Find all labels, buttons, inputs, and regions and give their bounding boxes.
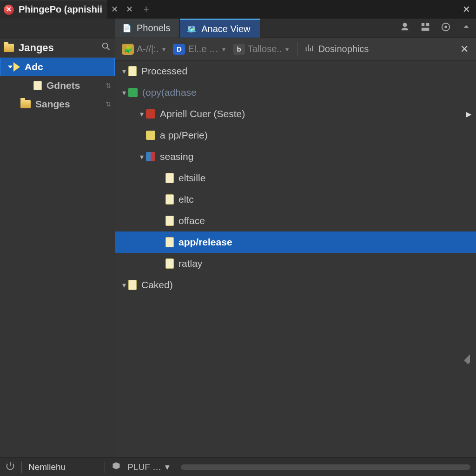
tab-close-1-icon[interactable]: ✕	[107, 4, 122, 14]
crumb-2[interactable]: D El..e … ▾	[171, 43, 227, 56]
chart-icon	[304, 43, 314, 55]
scroll-indicator-icon	[464, 354, 476, 366]
app-logo-icon	[4, 5, 14, 15]
sidebar-search-icon[interactable]	[101, 41, 111, 54]
tree-area: ▾Processed▾(opy(adhase▾Apriell Cuer (Ses…	[115, 60, 476, 457]
page-icon	[165, 258, 174, 269]
drag-handle-icon[interactable]: ⇅	[106, 100, 111, 108]
chevron-down-icon[interactable]: ▾	[162, 46, 165, 53]
red-square-icon	[146, 109, 155, 119]
green-square-icon	[128, 88, 138, 97]
user-icon[interactable]	[399, 22, 411, 35]
tab-phonels-label: Phonels	[137, 23, 170, 33]
crumb-3-icon: b	[233, 44, 245, 55]
sidebar-header: Janges	[0, 38, 115, 58]
tree-item-label: seasing	[160, 151, 193, 162]
sidebar-item-label: Gdnets	[46, 80, 80, 91]
crumb-1[interactable]: 🧩 A-//|:. ▾	[120, 43, 167, 56]
status-mode-dropdown[interactable]: PLUF … ▾	[127, 462, 170, 472]
chevron-down-icon[interactable]: ▾	[120, 88, 128, 97]
new-tab-button[interactable]: +	[137, 3, 156, 15]
tab-phonels-icon: 📄	[122, 23, 132, 33]
chevron-down-icon[interactable]: ▾	[222, 46, 225, 53]
run-icon[interactable]: ▶	[466, 110, 471, 119]
svg-point-1	[444, 26, 447, 28]
tabstrip-right-controls	[399, 19, 476, 38]
folder-icon	[4, 44, 14, 52]
separator	[21, 462, 22, 473]
tree-item-label: Processed	[141, 66, 187, 77]
crumb-3[interactable]: b Tallose.. ▾	[231, 43, 291, 56]
page-icon	[128, 66, 137, 76]
tree-row[interactable]: ▾Processed	[115, 60, 476, 82]
chevron-down-icon[interactable]: ▾	[138, 110, 146, 119]
layout-icon[interactable]	[419, 22, 431, 35]
title-bar: PhingePo (apnishii ✕ ✕ + ✕	[0, 0, 476, 19]
tab-anace-view-label: Anace View	[201, 24, 250, 34]
main-panel: 🧩 A-//|:. ▾ D El..e … ▾ b Tallose.. ▾ Do…	[115, 38, 476, 457]
chevron-down-icon	[7, 64, 13, 70]
sidebar-item-sanges[interactable]: Sanges ⇅	[0, 95, 115, 113]
window-app-tab[interactable]: PhingePo (apnishii	[0, 0, 107, 19]
tree-row[interactable]: ▾(opy(adhase	[115, 82, 476, 103]
tree-item-label: eltc	[178, 194, 194, 205]
tree-row[interactable]: a pp/Perie)	[115, 125, 476, 146]
crumb-2-label: El..e …	[188, 44, 218, 54]
tree-row[interactable]: eltsille	[115, 167, 476, 189]
power-icon[interactable]	[6, 461, 15, 473]
tree-item-label: (opy(adhase	[142, 87, 197, 98]
page-icon	[165, 173, 174, 183]
tree-row[interactable]: ▾seasing	[115, 146, 476, 167]
tab-anace-view[interactable]: 🗺️ Anace View	[180, 19, 260, 38]
tab-anace-view-icon: 🗺️	[186, 24, 197, 34]
breadcrumb-bar: 🧩 A-//|:. ▾ D El..e … ▾ b Tallose.. ▾ Do…	[115, 38, 476, 60]
sidebar-title: Janges	[19, 42, 54, 54]
target-icon[interactable]	[440, 22, 452, 35]
page-icon	[128, 280, 137, 290]
crumb-1-icon: 🧩	[122, 44, 134, 55]
package-icon[interactable]	[112, 461, 121, 473]
tree-row[interactable]: ▾Caked)	[115, 274, 476, 296]
svg-point-2	[103, 43, 108, 48]
tree-item-label: Caked)	[141, 279, 173, 291]
sidebar-item-adc[interactable]: Adc	[0, 58, 115, 76]
chevron-down-icon[interactable]: ▾	[120, 281, 128, 290]
tree-row[interactable]: offace	[115, 210, 476, 231]
tree-item-label: eltsille	[178, 172, 205, 184]
page-icon	[165, 194, 174, 205]
tree-row[interactable]: app/release	[115, 231, 476, 253]
status-text: Nemliehu	[28, 462, 66, 472]
chevron-down-icon[interactable]: ▾	[285, 46, 289, 53]
tree-row[interactable]: ratlay	[115, 253, 476, 274]
drag-handle-icon[interactable]: ⇅	[106, 82, 111, 89]
tree-row[interactable]: ▾Apriell Cuer (Seste)▶	[115, 103, 476, 125]
yellowish-square-icon	[146, 131, 155, 140]
window-title: PhingePo (apnishii	[19, 4, 102, 15]
play-icon	[13, 62, 20, 72]
status-bar: Nemliehu PLUF … ▾	[0, 457, 476, 476]
sidebar: Janges Adc Gdnets ⇅ Sanges ⇅	[0, 38, 115, 457]
tree-item-label: Apriell Cuer (Seste)	[160, 108, 245, 119]
panel-close-button[interactable]: ✕	[457, 43, 471, 55]
window-close-button[interactable]: ✕	[459, 3, 473, 16]
tree-row[interactable]: eltc	[115, 189, 476, 210]
chevron-down-icon[interactable]: ▾	[138, 152, 146, 161]
crumb-3-label: Tallose..	[248, 44, 282, 54]
workspace: Janges Adc Gdnets ⇅ Sanges ⇅ 🧩 A-//|	[0, 38, 476, 457]
editor-tab-strip: 📄 Phonels 🗺️ Anace View	[0, 19, 476, 38]
separator	[297, 42, 298, 56]
tree-item-label: a pp/Perie)	[160, 130, 208, 141]
crumb-metrics[interactable]: Dosinophics	[304, 43, 369, 55]
chevron-down-icon[interactable]: ▾	[120, 67, 128, 76]
scrollbar-track	[181, 464, 470, 470]
page-icon	[165, 216, 174, 226]
crumb-2-icon: D	[173, 44, 185, 55]
tree-item-label: offace	[178, 215, 205, 226]
tab-phonels[interactable]: 📄 Phonels	[115, 19, 180, 38]
tree-item-label: ratlay	[178, 258, 202, 269]
sidebar-item-gdnets[interactable]: Gdnets ⇅	[0, 76, 115, 95]
collapse-icon[interactable]	[460, 22, 472, 35]
crumb-1-label: A-//|:.	[137, 44, 159, 54]
horizontal-scrollbar[interactable]	[181, 464, 470, 470]
tab-close-2-icon[interactable]: ✕	[122, 4, 137, 14]
